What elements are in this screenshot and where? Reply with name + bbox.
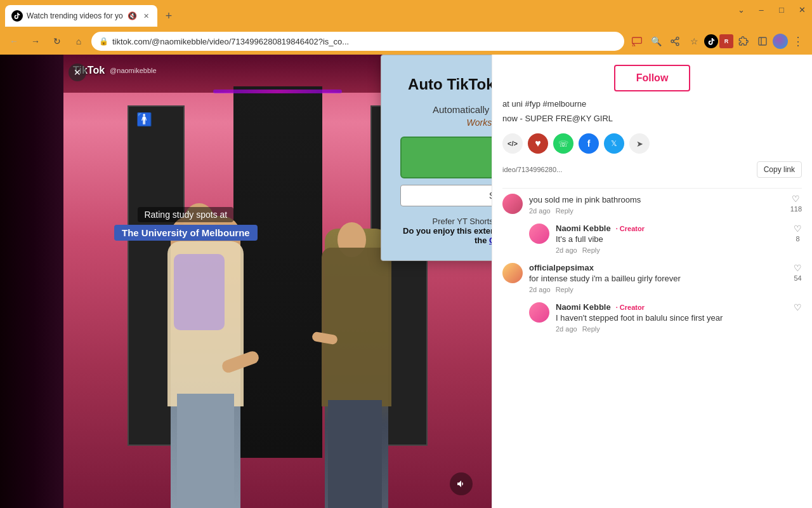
home-button[interactable]: ⌂ [70, 32, 88, 50]
caption-line2: The University of Melbourne [114, 225, 258, 241]
video-area: 🚹 🚺 [0, 55, 492, 508]
sidebar-toggle[interactable] [754, 32, 771, 50]
follow-button[interactable]: Follow [614, 65, 690, 91]
comment-text: It's a full vibe [556, 234, 787, 244]
active-tab[interactable]: Watch trending videos for yo 🔇 ✕ [5, 5, 157, 27]
start-button[interactable]: Start [400, 137, 492, 178]
comment-like-icon[interactable]: ♡ [794, 302, 802, 312]
video-dark-left [0, 55, 67, 508]
bookmark-icon[interactable]: ☆ [685, 32, 703, 50]
caption-area: Rating study spots at The University of … [114, 207, 258, 241]
comment-time: 2d ago [556, 325, 577, 333]
main-content: 🚹 🚺 [0, 55, 812, 508]
comment-like-icon[interactable]: ♡ [794, 224, 802, 234]
tab-close-button[interactable]: ✕ [141, 11, 151, 21]
svg-point-3 [676, 43, 679, 46]
song-line: now - SUPER FRE@KY GIRL [502, 114, 802, 123]
right-sidebar: Follow at uni #fyp #melbourne now - SUPE… [492, 55, 812, 508]
comment-item: you sold me in pink bathrooms 2d ago Rep… [502, 194, 802, 215]
comment-like: ♡ [794, 302, 802, 314]
comment-text: for intense study i'm a bailleu girly fo… [529, 274, 787, 283]
svg-rect-0 [632, 37, 642, 43]
twitter-share-button[interactable]: 𝕏 [604, 133, 624, 154]
extension-popup: Auto TikTok Scroller Extension Automatic… [381, 55, 492, 261]
lock-icon: 🔒 [99, 37, 108, 46]
popup-description-italic: Works in fullscreen as well! [400, 117, 492, 128]
comment-like: ♡ 54 [794, 263, 802, 282]
svg-line-5 [674, 39, 677, 41]
cast-icon[interactable] [628, 32, 646, 50]
new-tab-button[interactable]: + [160, 7, 178, 25]
hashtag-line: at uni #fyp #melbourne [502, 99, 802, 109]
comment-reply-button[interactable]: Reply [556, 286, 573, 293]
comment-avatar [529, 224, 549, 244]
comment-like: ♡ 8 [794, 224, 802, 243]
comment-body: officialpepsimax for intense study i'm a… [529, 263, 787, 293]
male-bathroom-sign: 🚹 [136, 112, 152, 127]
svg-rect-6 [759, 37, 766, 45]
extensions-button[interactable] [735, 32, 752, 50]
embed-button[interactable]: </> [502, 133, 523, 154]
comment-like: ♡ 118 [790, 194, 802, 213]
search-icon[interactable]: 🔍 [647, 32, 665, 50]
back-button[interactable]: ← [5, 32, 23, 50]
comment-like-count: 118 [790, 205, 802, 213]
scarf [174, 254, 225, 330]
comment-avatar [529, 302, 549, 323]
comment-reply-button[interactable]: Reply [582, 325, 600, 333]
window-close[interactable]: ✕ [797, 5, 807, 15]
svg-line-4 [674, 42, 677, 44]
comment-reply-button[interactable]: Reply [556, 207, 573, 215]
comment-item: officialpepsimax for intense study i'm a… [502, 263, 802, 293]
comment-like-icon[interactable]: ♡ [794, 263, 802, 273]
facebook-share-button[interactable]: f [579, 133, 599, 154]
address-bar: ← → ↻ ⌂ 🔒 tiktok.com/@naomikebble/video/… [0, 28, 812, 55]
tab-favicon [11, 10, 23, 22]
tiktok-extension-icon[interactable] [704, 34, 718, 48]
video-username: @naomikebble [110, 67, 157, 74]
popup-description: Automatically scrolls when a TikTok ends… [400, 104, 492, 115]
comment-creator-badge: · Creator [616, 225, 645, 232]
window-minimize[interactable]: – [756, 5, 766, 15]
whatsapp-share-button[interactable]: ☏ [553, 133, 573, 154]
window-collapse[interactable]: ⌄ [736, 5, 746, 15]
comment-creator-badge: · Creator [616, 304, 645, 311]
profile-avatar[interactable] [773, 34, 788, 49]
share-page-icon[interactable] [666, 32, 684, 50]
tab-title: Watch trending videos for yo [27, 11, 124, 20]
comment-body: you sold me in pink bathrooms 2d ago Rep… [529, 194, 784, 215]
comment-like-icon[interactable]: ♡ [792, 194, 800, 204]
neon-light [213, 90, 342, 93]
red-extension-icon[interactable]: R [719, 34, 733, 48]
divider [502, 188, 802, 189]
more-share-button[interactable]: ➤ [629, 133, 650, 154]
comment-reply-button[interactable]: Reply [582, 246, 600, 254]
popup-footer-bold: Do you enjoy this extension? Make sure t… [400, 226, 492, 245]
reload-button[interactable]: ↻ [48, 32, 66, 50]
window-maximize[interactable]: □ [776, 5, 787, 15]
comment-text: you sold me in pink bathrooms [529, 195, 784, 204]
comment-like-count: 8 [796, 235, 799, 243]
video-close-button[interactable]: ✕ [69, 64, 86, 81]
comment-time: 2d ago [529, 286, 551, 293]
forward-button[interactable]: → [27, 32, 44, 50]
comment-meta: 2d ago Reply [556, 325, 787, 333]
comment-like-count: 54 [794, 274, 801, 282]
share-action-icons: </> ♥ ☏ f 𝕏 ➤ [502, 133, 802, 154]
save-button[interactable]: ♥ [528, 133, 548, 154]
tab-mute-icon[interactable]: 🔇 [128, 11, 137, 20]
copy-link-button[interactable]: Copy link [757, 161, 802, 178]
comment-item: Naomi Kebble · Creator It's a full vibe … [502, 224, 802, 254]
comment-username: officialpepsimax [529, 263, 594, 272]
chrome-web-store-link[interactable]: Chrome Web Store! [489, 236, 492, 245]
sound-toggle[interactable] [450, 472, 473, 495]
copy-link-url: ideo/7134996280... [502, 166, 752, 173]
show-shortcuts-button[interactable]: Show Shortcuts [400, 185, 492, 206]
comment-body: Naomi Kebble · Creator I haven't stepped… [556, 302, 787, 333]
comment-time: 2d ago [529, 207, 551, 215]
comment-meta: 2d ago Reply [529, 207, 784, 215]
comment-text: I haven't stepped foot in balulu since f… [556, 313, 787, 323]
menu-button[interactable]: ⋮ [789, 32, 807, 50]
url-bar[interactable]: 🔒 tiktok.com/@naomikebble/video/71349962… [91, 32, 624, 51]
comment-username: Naomi Kebble [556, 302, 611, 312]
